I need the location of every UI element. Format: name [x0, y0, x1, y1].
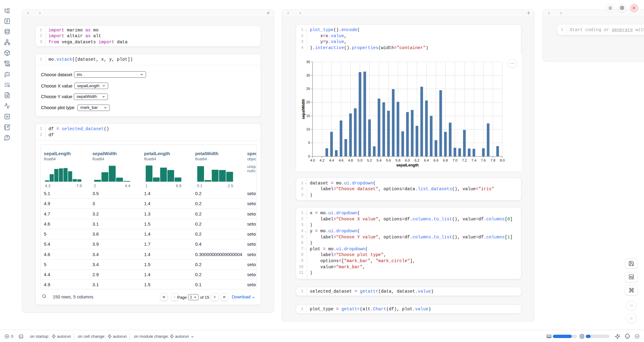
svg-text:4.2: 4.2	[320, 159, 324, 162]
svg-text:0: 0	[308, 155, 310, 158]
svg-text:6.0: 6.0	[405, 159, 410, 162]
svg-text:6.8: 6.8	[443, 159, 448, 162]
svg-text:7.8: 7.8	[490, 159, 495, 162]
svg-text:5.8: 5.8	[395, 159, 400, 162]
svg-text:5.6: 5.6	[386, 159, 391, 162]
svg-text:4.6: 4.6	[338, 159, 343, 162]
svg-text:7.4: 7.4	[471, 159, 477, 162]
svg-text:4.0: 4.0	[310, 159, 315, 162]
svg-text:10: 10	[306, 127, 310, 131]
svg-text:25: 25	[306, 87, 310, 91]
svg-text:6.4: 6.4	[424, 159, 429, 162]
svg-text:5.2: 5.2	[367, 159, 372, 162]
svg-text:4.4: 4.4	[329, 159, 334, 162]
svg-text:7.2: 7.2	[462, 159, 467, 162]
svg-text:30: 30	[306, 73, 310, 77]
svg-text:35: 35	[306, 60, 310, 64]
svg-text:6.6: 6.6	[434, 159, 438, 162]
svg-text:7.0: 7.0	[453, 159, 457, 162]
svg-text:7.6: 7.6	[481, 159, 486, 162]
svg-text:sepalWidth: sepalWidth	[301, 99, 306, 119]
svg-text:8.0: 8.0	[500, 159, 505, 162]
svg-text:5.4: 5.4	[377, 159, 382, 162]
svg-text:4.8: 4.8	[348, 159, 353, 162]
svg-text:20: 20	[306, 100, 310, 104]
svg-text:5.0: 5.0	[358, 159, 363, 162]
svg-text:5: 5	[308, 141, 310, 144]
svg-text:15: 15	[306, 114, 310, 118]
svg-text:6.2: 6.2	[414, 159, 419, 162]
svg-text:sepalLength: sepalLength	[396, 163, 419, 167]
